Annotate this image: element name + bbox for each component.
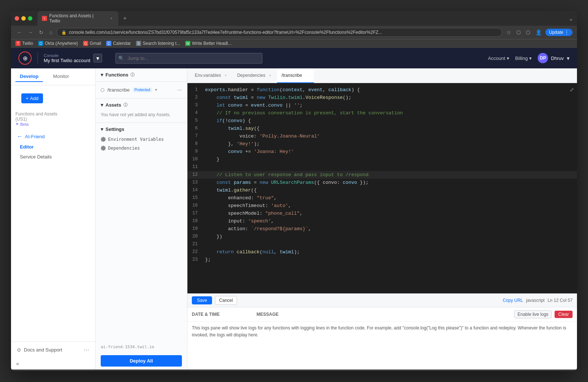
- traffic-light-yellow[interactable]: [21, 16, 26, 21]
- sidebar-more-icon[interactable]: ⋯: [83, 346, 89, 353]
- save-button[interactable]: Save: [192, 296, 212, 304]
- code-line-4: 4 // If no previous conversation is pres…: [187, 109, 577, 117]
- bookmark-favicon-twilio: T: [15, 41, 21, 46]
- function-more-icon[interactable]: ⋯: [177, 87, 182, 93]
- search-input[interactable]: [115, 53, 262, 64]
- functions-caret-icon[interactable]: ▾: [101, 72, 103, 78]
- home-button[interactable]: ⌂: [48, 28, 54, 37]
- left-sidebar: Develop Monitor + Add Functions and Asse…: [11, 68, 96, 369]
- docs-support-link[interactable]: ⊙ Docs and Support: [17, 347, 62, 353]
- bookmark-write[interactable]: W Write Better Headl...: [185, 41, 232, 46]
- tab-develop[interactable]: Develop: [15, 71, 43, 82]
- settings-env-vars[interactable]: Environment Variables: [101, 135, 182, 144]
- close-transcribe-tab-button[interactable]: ·: [304, 73, 309, 78]
- bookmark-label-calendar: Calendar: [113, 41, 131, 46]
- bookmark-icon[interactable]: ☆: [505, 28, 513, 37]
- profile-icon[interactable]: 👤: [534, 28, 543, 37]
- code-line-5: 5 if(!convo) {: [187, 117, 577, 125]
- reload-button[interactable]: ↻: [37, 28, 45, 37]
- enable-logs-button[interactable]: Enable live logs: [514, 310, 552, 318]
- bookmark-calendar[interactable]: C Calendar: [106, 41, 131, 46]
- sidebar-service-details-item[interactable]: Service Details: [11, 152, 95, 162]
- code-line-13: 13 const params = new URLSearchParams({ …: [187, 179, 577, 186]
- functions-info-icon[interactable]: ⓘ: [130, 72, 135, 78]
- service-url: ai-friend-1534.twil.io: [96, 342, 187, 352]
- search-icon: 🔍: [118, 56, 124, 61]
- billing-menu[interactable]: Billing ▾: [515, 56, 532, 61]
- traffic-light-red[interactable]: [15, 16, 19, 21]
- code-line-3: 3 let convo = event.convo || '';: [187, 101, 577, 109]
- tab-transcribe[interactable]: /transcribe ·: [277, 68, 314, 83]
- logo-icon: ⊕: [23, 55, 28, 62]
- browser-tab[interactable]: T Functions and Assets | Twilio ×: [37, 11, 118, 26]
- bookmark-twilio[interactable]: T Twilio: [15, 41, 33, 46]
- logs-body: This logs pane will show live logs for a…: [187, 322, 577, 369]
- bookmark-label-okta: Okta (Anywhere): [45, 41, 78, 46]
- assets-section: ▾ Assets ⓘ You have not yet added any As…: [96, 98, 187, 122]
- bookmark-favicon-write: W: [185, 41, 190, 46]
- bookmark-favicon-gmail: G: [83, 41, 88, 46]
- extensions-icon[interactable]: ⬡: [524, 28, 532, 37]
- functions-panel-header: ▾ Functions ⓘ: [96, 68, 187, 82]
- code-line-8: 8 }, 'Hey!');: [187, 140, 577, 148]
- screenshot-icon[interactable]: ⬡: [515, 28, 522, 37]
- beta-link[interactable]: ✦ Beta: [15, 122, 89, 126]
- code-line-15: 15 enhanced: "true",: [187, 194, 577, 202]
- tab-env-variables[interactable]: Env.variables ×: [190, 68, 233, 83]
- bookmarks-bar: T Twilio O Okta (Anywhere) G Gmail C Cal…: [11, 39, 577, 48]
- settings-caret-icon[interactable]: ▾: [101, 126, 103, 132]
- traffic-light-green[interactable]: [28, 16, 32, 21]
- function-item-transcribe[interactable]: /transcribe Protected ▾ ⋯: [96, 85, 187, 95]
- clear-logs-button[interactable]: Clear: [555, 311, 573, 318]
- logs-message-col: MESSAGE: [257, 312, 508, 317]
- tab-monitor[interactable]: Monitor: [49, 71, 74, 82]
- account-dropdown[interactable]: ▾: [93, 54, 102, 63]
- bookmark-okta[interactable]: O Okta (Anywhere): [38, 41, 78, 46]
- url-text: console.twilio.com/us1/service/functions…: [69, 30, 497, 35]
- bookmark-gmail[interactable]: G Gmail: [83, 41, 101, 46]
- back-nav[interactable]: ← AI-Friend: [11, 131, 95, 142]
- deploy-all-button[interactable]: Deploy All: [101, 355, 182, 367]
- bookmark-search[interactable]: S Search listening t...: [136, 41, 180, 46]
- code-line-23: 23};: [187, 256, 577, 264]
- logs-actions: Enable live logs Clear: [514, 310, 573, 318]
- forward-button[interactable]: →: [26, 28, 35, 37]
- address-bar[interactable]: 🔒 console.twilio.com/us1/service/functio…: [57, 28, 502, 37]
- code-line-14: 14 twiml.gather({: [187, 186, 577, 194]
- update-button[interactable]: Update ⋮: [545, 29, 573, 36]
- logs-date-col: DATE & TIME: [192, 312, 251, 317]
- add-button[interactable]: + Add: [21, 93, 43, 103]
- copy-url-button[interactable]: Copy URL: [503, 298, 523, 303]
- tab-close-button[interactable]: ×: [109, 16, 114, 21]
- nav-logo[interactable]: ⊕: [18, 51, 32, 65]
- expand-icon[interactable]: ⤢: [570, 86, 574, 94]
- tab-menu-button[interactable]: ⌄: [569, 15, 573, 22]
- new-tab-button[interactable]: +: [120, 13, 130, 24]
- assets-caret-icon[interactable]: ▾: [101, 102, 103, 108]
- tab-dependencies[interactable]: Dependencies ×: [233, 68, 277, 83]
- code-line-7: 7 voice: 'Polly.Joanna-Neural': [187, 132, 577, 140]
- code-line-22: 22 return callback(null, twiml);: [187, 248, 577, 256]
- functions-panel: ▾ Functions ⓘ /transcribe Protected ▾ ⋯: [96, 68, 187, 369]
- assets-title: ▾ Assets ⓘ: [101, 102, 128, 108]
- back-link[interactable]: ← AI-Friend: [11, 131, 95, 142]
- docs-icon: ⊙: [17, 347, 21, 353]
- cancel-button[interactable]: Cancel: [215, 296, 237, 305]
- account-name: My first Twilio account: [44, 58, 90, 63]
- code-content[interactable]: ⤢ 1exports.handler = function(context, e…: [187, 83, 577, 293]
- settings-dependencies[interactable]: Dependencies: [101, 144, 182, 153]
- add-plus-icon: +: [26, 96, 29, 101]
- close-env-tab-button[interactable]: ×: [223, 73, 228, 78]
- collapse-sidebar[interactable]: «: [11, 358, 95, 369]
- back-button[interactable]: ←: [15, 28, 24, 37]
- assets-info-icon[interactable]: ⓘ: [123, 102, 128, 108]
- functions-panel-spacer: [96, 156, 187, 342]
- close-dependencies-tab-button[interactable]: ×: [268, 73, 273, 78]
- settings-section: ▾ Settings Environment Variables Depende…: [96, 122, 187, 156]
- user-profile[interactable]: DP Dhruv ▾: [538, 53, 570, 63]
- code-line-18: 18 input: 'speech',: [187, 217, 577, 225]
- function-chevron-icon: ▾: [155, 88, 157, 92]
- sidebar-editor-item[interactable]: Editor: [11, 142, 95, 152]
- add-button-wrapper: + Add: [11, 85, 95, 110]
- account-menu[interactable]: Account ▾: [488, 56, 509, 61]
